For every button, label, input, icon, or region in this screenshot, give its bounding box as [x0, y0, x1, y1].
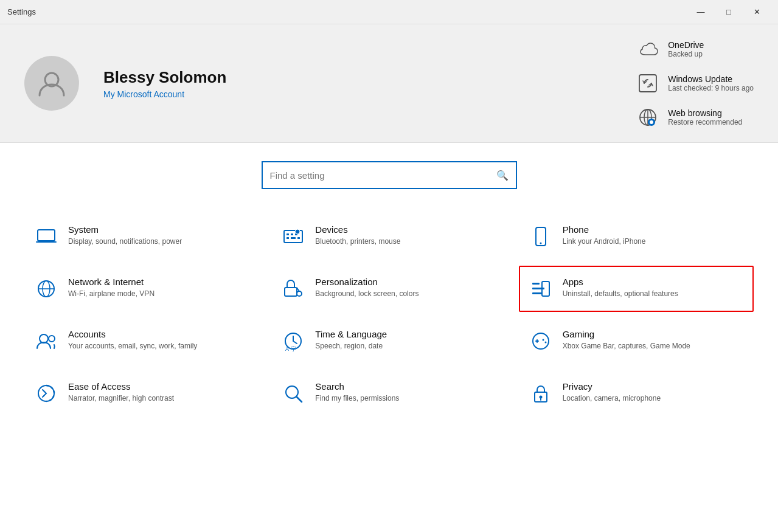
settings-title-time: Time & Language	[315, 329, 387, 339]
search-icon	[281, 381, 305, 406]
settings-title-search: Search	[315, 381, 399, 392]
windows-update-status: Last checked: 9 hours ago	[668, 84, 754, 92]
settings-title-apps: Apps	[563, 277, 678, 287]
maximize-button[interactable]: □	[715, 2, 743, 22]
svg-rect-12	[291, 233, 293, 235]
web-browsing-title: Web browsing	[668, 108, 742, 118]
settings-item-gaming[interactable]: Gaming Xbox Game Bar, captures, Game Mod…	[519, 318, 754, 364]
settings-title-phone: Phone	[563, 224, 646, 235]
svg-rect-14	[287, 237, 289, 239]
phone-icon	[529, 224, 553, 249]
onedrive-title: OneDrive	[668, 40, 704, 50]
search-icon-button[interactable]: 🔍	[496, 170, 509, 181]
settings-item-phone[interactable]: Phone Link your Android, iPhone	[519, 213, 754, 260]
windows-update-icon	[635, 71, 661, 96]
settings-sub-apps: Uninstall, defaults, optional features	[563, 289, 678, 299]
svg-point-30	[40, 334, 48, 343]
settings-sub-system: Display, sound, notifications, power	[68, 237, 182, 247]
svg-point-31	[49, 336, 55, 342]
title-bar: Settings — □ ✕	[0, 0, 778, 24]
settings-sub-devices: Bluetooth, printers, mouse	[315, 237, 400, 247]
settings-title-personalization: Personalization	[315, 277, 419, 287]
settings-item-system[interactable]: System Display, sound, notifications, po…	[24, 213, 259, 260]
svg-rect-11	[287, 233, 289, 235]
settings-title-system: System	[68, 224, 182, 235]
settings-item-accounts[interactable]: Accounts Your accounts, email, sync, wor…	[24, 318, 259, 364]
settings-item-privacy[interactable]: Privacy Location, camera, microphone	[519, 370, 754, 416]
status-windows-update[interactable]: Windows Update Last checked: 9 hours ago	[635, 71, 754, 96]
svg-rect-26	[532, 283, 540, 285]
time-icon: A字	[281, 329, 305, 353]
avatar	[24, 56, 79, 111]
svg-text:A: A	[285, 346, 289, 352]
minimize-button[interactable]: —	[687, 2, 715, 22]
svg-rect-8	[38, 230, 55, 241]
settings-title-privacy: Privacy	[563, 381, 661, 392]
svg-rect-16	[297, 237, 300, 239]
settings-sub-gaming: Xbox Game Bar, captures, Game Mode	[563, 341, 690, 351]
avatar-icon	[36, 67, 68, 99]
svg-point-19	[540, 243, 541, 244]
settings-title-gaming: Gaming	[563, 329, 690, 339]
ease-of-access-icon	[34, 381, 58, 406]
svg-point-7	[650, 120, 653, 124]
devices-icon	[281, 224, 305, 249]
system-icon	[34, 224, 58, 249]
settings-item-ease-of-access[interactable]: Ease of Access Narrator, magnifier, high…	[24, 370, 259, 416]
windows-update-title: Windows Update	[668, 74, 754, 84]
settings-sub-search: Find my files, permissions	[315, 393, 399, 404]
settings-sub-personalization: Background, lock screen, colors	[315, 289, 419, 299]
close-button[interactable]: ✕	[743, 2, 771, 22]
web-browsing-icon	[635, 105, 661, 130]
gaming-icon	[529, 329, 553, 353]
privacy-icon	[529, 381, 553, 406]
settings-sub-privacy: Location, camera, microphone	[563, 393, 661, 404]
settings-title-network: Network & Internet	[68, 277, 155, 287]
settings-item-network[interactable]: Network & Internet Wi-Fi, airplane mode,…	[24, 266, 259, 312]
settings-title-ease-of-access: Ease of Access	[68, 381, 174, 392]
svg-point-35	[533, 333, 549, 349]
window-title: Settings	[7, 7, 36, 16]
settings-item-search[interactable]: Search Find my files, permissions	[271, 370, 506, 416]
onedrive-icon	[635, 36, 661, 62]
svg-text:字: 字	[291, 346, 296, 352]
search-container: 🔍	[24, 161, 754, 189]
profile-info: Blessy Solomon My Microsoft Account	[103, 68, 226, 99]
settings-item-apps[interactable]: Apps Uninstall, defaults, optional featu…	[519, 266, 754, 312]
settings-item-personalization[interactable]: Personalization Background, lock screen,…	[271, 266, 506, 312]
svg-point-39	[286, 386, 298, 398]
profile-name: Blessy Solomon	[103, 68, 226, 87]
status-web-browsing[interactable]: Web browsing Restore recommended	[635, 105, 754, 130]
search-box[interactable]: 🔍	[262, 161, 517, 189]
settings-sub-phone: Link your Android, iPhone	[563, 237, 646, 247]
settings-sub-ease-of-access: Narrator, magnifier, high contrast	[68, 393, 174, 404]
web-browsing-status: Restore recommended	[668, 118, 742, 126]
settings-grid: System Display, sound, notifications, po…	[24, 213, 754, 416]
svg-rect-28	[532, 292, 542, 294]
settings-title-devices: Devices	[315, 224, 400, 235]
microsoft-account-link[interactable]: My Microsoft Account	[103, 89, 226, 99]
settings-title-accounts: Accounts	[68, 329, 197, 339]
onedrive-status: Backed up	[668, 50, 704, 58]
settings-item-devices[interactable]: Devices Bluetooth, printers, mouse	[271, 213, 506, 260]
svg-point-37	[544, 342, 546, 344]
network-icon	[34, 277, 58, 301]
svg-point-24	[297, 291, 302, 296]
svg-rect-1	[639, 75, 656, 92]
window-controls: — □ ✕	[687, 2, 771, 22]
search-input[interactable]	[270, 170, 496, 181]
svg-line-40	[297, 397, 302, 402]
settings-item-time[interactable]: A字 Time & Language Speech, region, date	[271, 318, 506, 364]
header-status: OneDrive Backed up Windows Update Last c…	[635, 36, 754, 130]
settings-sub-network: Wi-Fi, airplane mode, VPN	[68, 289, 155, 299]
header-area: Blessy Solomon My Microsoft Account OneD…	[0, 24, 778, 143]
svg-rect-23	[285, 288, 297, 296]
svg-point-36	[542, 339, 544, 341]
svg-point-17	[295, 229, 300, 234]
personalization-icon	[281, 277, 305, 301]
accounts-icon	[34, 329, 58, 353]
main-content: 🔍 System Display, sound, notifications, …	[0, 143, 778, 429]
apps-icon	[529, 277, 553, 301]
settings-sub-time: Speech, region, date	[315, 341, 387, 351]
status-onedrive[interactable]: OneDrive Backed up	[635, 36, 754, 62]
